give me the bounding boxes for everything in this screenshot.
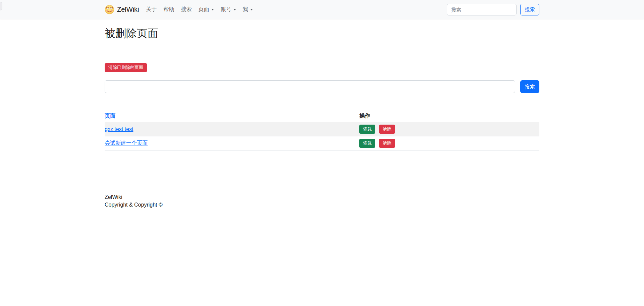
huaji-smiley-logo-icon bbox=[105, 5, 114, 14]
navbar-search-form: 搜索 bbox=[447, 4, 539, 15]
deleted-page-link[interactable]: gxz test test bbox=[105, 126, 133, 132]
caret-down-icon bbox=[233, 9, 236, 10]
page-filter-form: 搜索 bbox=[105, 80, 539, 93]
main-nav: 关于 帮助 搜索 页面 账号 我 bbox=[143, 3, 256, 16]
table-header-row: 页面 操作 bbox=[105, 110, 539, 122]
nav-dropdown-me[interactable]: 我 bbox=[239, 3, 256, 16]
nav-dropdown-account-label: 账号 bbox=[221, 6, 231, 13]
caret-down-icon bbox=[211, 9, 214, 10]
navbar-search-input[interactable] bbox=[447, 4, 517, 15]
page-footer: ZelWiki Copyright & Copyright © bbox=[105, 193, 539, 209]
caret-down-icon bbox=[250, 9, 253, 10]
footer-divider bbox=[105, 177, 539, 177]
deleted-pages-table: 页面 操作 gxz test test 恢复 清除 尝试新建一个页面 bbox=[105, 110, 539, 150]
table-row: 尝试新建一个页面 恢复 清除 bbox=[105, 136, 539, 150]
nav-dropdown-account[interactable]: 账号 bbox=[217, 3, 239, 16]
nav-dropdown-pages[interactable]: 页面 bbox=[195, 3, 217, 16]
nav-item-about[interactable]: 关于 bbox=[143, 3, 160, 16]
nav-item-help[interactable]: 帮助 bbox=[160, 3, 178, 16]
column-header-actions: 操作 bbox=[359, 110, 539, 122]
brand-label: ZelWiki bbox=[117, 6, 139, 13]
deleted-page-link[interactable]: 尝试新建一个页面 bbox=[105, 140, 148, 146]
browser-edge-artifact bbox=[0, 2, 2, 10]
top-navbar: ZelWiki 关于 帮助 搜索 页面 账号 我 搜索 bbox=[0, 0, 644, 19]
nav-item-search[interactable]: 搜索 bbox=[178, 3, 195, 16]
table-row: gxz test test 恢复 清除 bbox=[105, 122, 539, 136]
restore-button[interactable]: 恢复 bbox=[359, 125, 375, 134]
main-content: 被删除页面 清除已删除的页面 搜索 页面 操作 gxz test test 恢复 bbox=[101, 27, 543, 209]
restore-button[interactable]: 恢复 bbox=[359, 139, 375, 148]
brand-link[interactable]: ZelWiki bbox=[105, 5, 139, 14]
page-title: 被删除页面 bbox=[105, 27, 539, 40]
nav-dropdown-pages-label: 页面 bbox=[199, 6, 209, 13]
navbar-search-button[interactable]: 搜索 bbox=[520, 4, 539, 15]
purge-button[interactable]: 清除 bbox=[379, 125, 395, 134]
column-header-page-sort-link[interactable]: 页面 bbox=[105, 113, 115, 119]
footer-copyright: Copyright & Copyright © bbox=[105, 201, 539, 209]
purge-all-deleted-button[interactable]: 清除已删除的页面 bbox=[105, 63, 147, 72]
page-filter-search-button[interactable]: 搜索 bbox=[520, 80, 539, 93]
nav-dropdown-me-label: 我 bbox=[243, 6, 248, 13]
footer-brand: ZelWiki bbox=[105, 193, 539, 201]
purge-button[interactable]: 清除 bbox=[379, 139, 395, 148]
page-filter-input[interactable] bbox=[105, 80, 515, 93]
